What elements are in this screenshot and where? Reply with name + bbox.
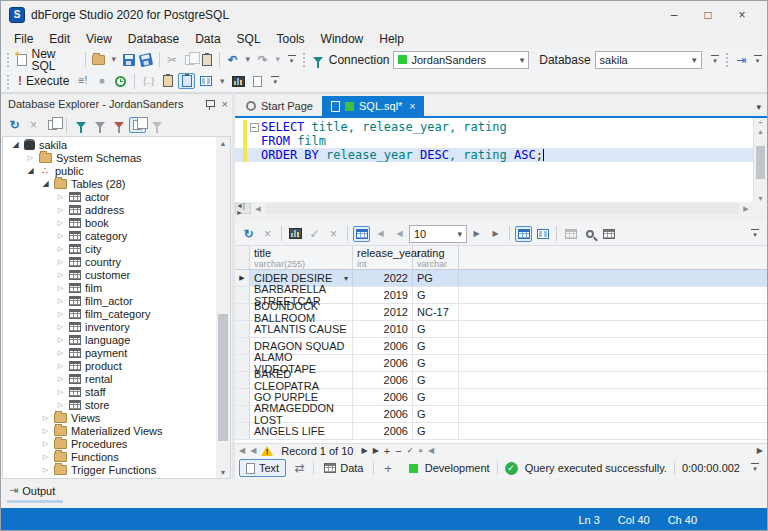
tree-collapsed-icon[interactable]: ▷ bbox=[56, 271, 65, 279]
tree-item-city[interactable]: ▷city bbox=[3, 242, 216, 255]
cell-rating[interactable]: G bbox=[413, 355, 459, 371]
column-header-title[interactable]: titlevarchar(255) bbox=[250, 246, 353, 269]
rollback-changes-button[interactable]: × bbox=[325, 226, 342, 242]
cell-rating[interactable]: G bbox=[413, 321, 459, 337]
tree-item-film-actor[interactable]: ▷film_actor bbox=[3, 294, 216, 307]
tab-sql-document[interactable]: SQL.sql* × bbox=[322, 96, 424, 116]
close-panel-icon[interactable]: × bbox=[222, 98, 228, 110]
table-row[interactable]: ARMAGEDDON LOST2006G bbox=[235, 406, 767, 423]
query-builder-button[interactable] bbox=[197, 73, 214, 89]
query-options-button[interactable] bbox=[178, 73, 195, 89]
toolbar-grip[interactable] bbox=[302, 52, 306, 67]
toolbar-overflow-button[interactable]: ▾ bbox=[749, 463, 761, 473]
save-all-button[interactable] bbox=[138, 52, 153, 68]
column-header-rating[interactable]: ratingvarchar bbox=[413, 246, 459, 269]
filter-button[interactable] bbox=[148, 117, 165, 133]
show-documents-button[interactable] bbox=[129, 117, 146, 133]
attach-document-button[interactable] bbox=[159, 73, 176, 89]
toolbar-overflow-button[interactable]: ▾ bbox=[752, 55, 763, 65]
new-snippet-button[interactable] bbox=[249, 73, 266, 89]
cut-button[interactable]: ✂ bbox=[164, 52, 179, 68]
last-record-button[interactable]: ▶ bbox=[373, 446, 379, 455]
execute-script-button[interactable]: ≡! bbox=[74, 73, 91, 89]
generate-script-button[interactable] bbox=[600, 226, 617, 242]
first-page-button[interactable]: ◀ bbox=[372, 226, 389, 242]
tab-start-page[interactable]: Start Page bbox=[237, 96, 322, 116]
tree-item-functions[interactable]: ▷Functions bbox=[3, 450, 216, 463]
connect-button[interactable] bbox=[91, 117, 108, 133]
tree-collapsed-icon[interactable]: ▷ bbox=[56, 323, 65, 331]
menu-database[interactable]: Database bbox=[120, 30, 187, 48]
redo-button[interactable]: ↷ bbox=[255, 52, 270, 68]
cell-release_year[interactable]: 2019 bbox=[353, 287, 413, 303]
tree-collapsed-icon[interactable]: ▷ bbox=[56, 232, 65, 240]
scroll-right-icon[interactable]: ▶ bbox=[757, 446, 763, 455]
tree-item-language[interactable]: ▷language bbox=[3, 333, 216, 346]
toolbar-overflow-button[interactable]: ▾ bbox=[269, 76, 281, 86]
tree-item-views[interactable]: ▷Views bbox=[3, 411, 216, 424]
toolbar-grip[interactable] bbox=[6, 74, 11, 89]
next-record-button[interactable]: ▶ bbox=[361, 446, 367, 455]
tree-item-film[interactable]: ▷film bbox=[3, 281, 216, 294]
cell-rating[interactable]: G bbox=[413, 423, 459, 439]
cell-title[interactable]: BAKED CLEOPATRA bbox=[250, 372, 353, 388]
toolbar-grip[interactable] bbox=[6, 52, 10, 67]
menu-data[interactable]: Data bbox=[187, 30, 228, 48]
menu-view[interactable]: View bbox=[78, 30, 120, 48]
stop-button[interactable]: ■ bbox=[93, 73, 110, 89]
tree-expanded-icon[interactable]: ◢ bbox=[41, 179, 50, 188]
open-file-dropdown[interactable]: ▾ bbox=[108, 52, 119, 68]
undo-button[interactable]: ↶ bbox=[225, 52, 240, 68]
table-row[interactable]: BOONDOCK BALLROOM2012NC-17 bbox=[235, 304, 767, 321]
menu-file[interactable]: File bbox=[6, 30, 41, 48]
scroll-left-icon[interactable]: ◀ bbox=[428, 446, 434, 455]
tree-item-staff[interactable]: ▷staff bbox=[3, 385, 216, 398]
add-result-tab-button[interactable]: + bbox=[379, 460, 396, 476]
code-line-2[interactable]: FROM film bbox=[235, 134, 767, 148]
toolbar-grip[interactable] bbox=[725, 52, 729, 67]
save-button[interactable] bbox=[121, 52, 136, 68]
column-header-release_year[interactable]: release_yearint bbox=[353, 246, 413, 269]
cell-title[interactable]: ANGELS LIFE bbox=[250, 423, 353, 439]
tree-collapsed-icon[interactable]: ▷ bbox=[41, 414, 50, 422]
cell-release_year[interactable]: 2010 bbox=[353, 321, 413, 337]
tree-expanded-icon[interactable]: ◢ bbox=[26, 166, 35, 175]
tree-item-product[interactable]: ▷product bbox=[3, 359, 216, 372]
menu-edit[interactable]: Edit bbox=[41, 30, 78, 48]
tree-item-payment[interactable]: ▷payment bbox=[3, 346, 216, 359]
tree-collapsed-icon[interactable]: ▷ bbox=[26, 154, 35, 162]
editor-horizontal-scrollbar[interactable]: ◄|► ◀ ▶ bbox=[235, 202, 767, 215]
tree-expanded-icon[interactable]: ◢ bbox=[11, 140, 20, 149]
tree-collapsed-icon[interactable]: ▷ bbox=[56, 297, 65, 305]
last-page-button[interactable]: ▶ bbox=[487, 226, 504, 242]
tree-collapsed-icon[interactable]: ▷ bbox=[56, 258, 65, 266]
cell-release_year[interactable]: 2022 bbox=[353, 270, 413, 286]
parameters-button[interactable]: {..} bbox=[140, 73, 157, 89]
paging-mode-button[interactable] bbox=[353, 226, 370, 242]
redo-dropdown[interactable]: ▾ bbox=[272, 52, 283, 68]
connection-select[interactable]: JordanSanders ▾ bbox=[393, 51, 529, 69]
cancel-refresh-button[interactable]: × bbox=[259, 226, 276, 242]
menu-tools[interactable]: Tools bbox=[269, 30, 313, 48]
maximize-button[interactable]: □ bbox=[691, 4, 725, 26]
menu-help[interactable]: Help bbox=[371, 30, 412, 48]
cell-release_year[interactable]: 2006 bbox=[353, 355, 413, 371]
tree-collapsed-icon[interactable]: ▷ bbox=[56, 388, 65, 396]
cell-release_year[interactable]: 2006 bbox=[353, 406, 413, 422]
minimize-button[interactable]: – bbox=[657, 4, 691, 26]
close-tab-icon[interactable]: × bbox=[409, 101, 415, 112]
tree-collapsed-icon[interactable]: ▷ bbox=[41, 466, 50, 474]
code-line-3[interactable]: ORDER BY release_year DESC, rating ASC; bbox=[235, 148, 767, 162]
undo-dropdown[interactable]: ▾ bbox=[242, 52, 253, 68]
pivot-view-button[interactable] bbox=[562, 226, 579, 242]
open-file-button[interactable] bbox=[91, 52, 106, 68]
find-in-grid-button[interactable] bbox=[581, 226, 598, 242]
cell-rating[interactable]: G bbox=[413, 338, 459, 354]
tree-item-materialized-views[interactable]: ▷Materialized Views bbox=[3, 424, 216, 437]
tree-item-actor[interactable]: ▷actor bbox=[3, 190, 216, 203]
previous-page-button[interactable]: ◀ bbox=[391, 226, 408, 242]
tree-item-tables-28-[interactable]: ◢Tables (28) bbox=[3, 177, 216, 190]
tree-item-procedures[interactable]: ▷Procedures bbox=[3, 437, 216, 450]
commit-changes-button[interactable]: ✓ bbox=[306, 226, 323, 242]
tree-scrollbar[interactable]: ▲ ▼ bbox=[216, 137, 230, 478]
